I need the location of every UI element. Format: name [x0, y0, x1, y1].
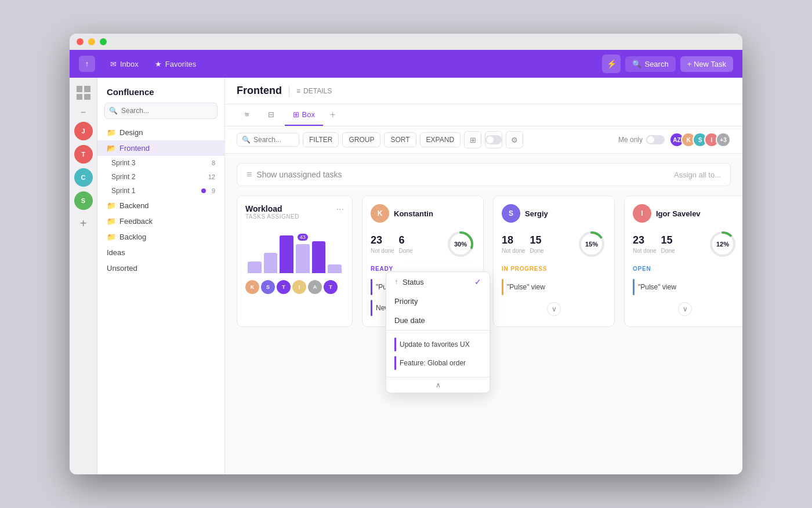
avatar-more[interactable]: +3 — [716, 132, 731, 147]
search-icon: 🔍 — [242, 136, 251, 144]
add-workspace-icon[interactable]: + — [80, 217, 87, 230]
sidebar-item-sprint3[interactable]: Sprint 3 8 — [107, 156, 224, 170]
divider — [289, 85, 289, 97]
sort-task-row-2: Feature: Global order — [394, 354, 481, 372]
sort-button[interactable]: SORT — [384, 132, 416, 147]
group-button[interactable]: GROUP — [342, 132, 380, 147]
bar-4: 43 — [296, 244, 310, 273]
sort-option-priority[interactable]: Priority — [386, 292, 490, 311]
grid-view-icon[interactable] — [75, 85, 92, 101]
progress-circle: 12% — [708, 230, 737, 259]
sidebar-item-design[interactable]: 📁 Design — [97, 125, 224, 140]
me-only-switch[interactable] — [646, 135, 665, 144]
sprint2-badge: 12 — [208, 173, 215, 180]
body: − J T C S + Confluence 🔍 📁 Design — [70, 78, 742, 474]
person-stats: 23 Not done 6 Done — [371, 230, 475, 259]
expand-button[interactable]: ∨ — [678, 302, 692, 316]
sidebar-item-feedback[interactable]: 📁 Feedback — [97, 213, 224, 229]
close-button[interactable] — [77, 38, 84, 45]
bar-6 — [328, 264, 342, 273]
nav-item-label: Sprint 3 — [111, 159, 135, 167]
assign-all-button[interactable]: Assign all to... — [674, 170, 721, 179]
sidebar-item-sprint2[interactable]: Sprint 2 12 — [107, 170, 224, 184]
sprint1-badge: 9 — [212, 187, 215, 194]
bar-badge: 43 — [298, 234, 308, 241]
sort-option-duedate[interactable]: Due date — [386, 311, 490, 330]
nav-search-input[interactable] — [104, 103, 217, 119]
minimize-button[interactable] — [88, 38, 95, 45]
filter-button[interactable]: FILTER — [303, 132, 339, 147]
expand-button[interactable]: EXPAND — [420, 132, 461, 147]
nav-item-label: Sprint 1 — [111, 187, 135, 195]
folder-icon: 📁 — [107, 201, 116, 210]
not-done-num: 23 — [371, 234, 394, 246]
tab-list[interactable]: ≡ — [237, 104, 258, 126]
sidebar-item-sprint1[interactable]: Sprint 1 9 — [107, 184, 224, 198]
sidebar-item-frontend[interactable]: 📂 Frontend ··· — [97, 140, 224, 156]
person-avatar: K — [371, 204, 389, 223]
sort-option-status[interactable]: ↑ Status ✓ — [386, 272, 490, 292]
me-only-toggle: Me only — [618, 135, 665, 144]
person-card-konstantin: K Konstantin 23 Not done 6 Done — [362, 195, 484, 327]
box-label: Box — [302, 110, 315, 119]
favorites-nav-item[interactable]: ★ Favorites — [149, 56, 202, 72]
tab-box[interactable]: ⊞ Box — [285, 104, 323, 126]
avatar-t[interactable]: T — [74, 145, 93, 164]
toolbar-right: Me only AZ K S I +3 — [618, 132, 731, 147]
collapse-sidebar-icon[interactable]: − — [81, 108, 86, 117]
tab-add[interactable]: + — [325, 110, 340, 121]
done-num: 15 — [661, 234, 675, 246]
avatar-c[interactable]: C — [74, 168, 93, 187]
collapse-icon[interactable]: ∧ — [386, 377, 490, 393]
task-row-1: "Pulse" view — [502, 277, 606, 297]
person-name: Igor Savelev — [656, 209, 701, 218]
tab-board-alt[interactable]: ⊟ — [260, 104, 282, 126]
wc-avatar-t2: T — [324, 280, 338, 294]
folder-icon: 📁 — [107, 128, 116, 137]
app-logo[interactable]: ↑ — [79, 56, 95, 72]
maximize-button[interactable] — [100, 38, 107, 45]
done-num: 6 — [399, 234, 413, 246]
app-window: ↑ ✉ Inbox ★ Favorites ⚡ 🔍 Search + New T — [70, 34, 742, 474]
board-alt-icon: ⊟ — [268, 110, 274, 119]
sidebar-item-unsorted[interactable]: Unsorted — [97, 260, 224, 276]
sidebar-item-ideas[interactable]: Ideas — [97, 245, 224, 260]
search-input[interactable] — [253, 136, 294, 144]
wc-avatar-t1: T — [277, 280, 291, 294]
inbox-nav-item[interactable]: ✉ Inbox — [104, 56, 144, 72]
done-label: Done — [530, 248, 544, 254]
details-button[interactable]: ≡ DETAILS — [296, 87, 332, 95]
sidebar-icons: − J T C S + — [70, 78, 97, 474]
sort-label: Priority — [394, 297, 418, 306]
search-button[interactable]: 🔍 Search — [625, 56, 675, 72]
task-dot — [394, 338, 396, 351]
wc-avatar-i: I — [292, 280, 306, 294]
toggle-switch-btn[interactable] — [485, 131, 502, 148]
done-label: Done — [399, 248, 413, 254]
toggle[interactable] — [485, 135, 502, 144]
sidebar-item-backlog[interactable]: 📁 Backlog — [97, 229, 224, 245]
lightning-button[interactable]: ⚡ — [602, 55, 621, 73]
done-label: Done — [661, 248, 675, 254]
new-task-button[interactable]: + New Task — [680, 56, 733, 72]
person-card-sergiy: S Sergiy 18 Not done 15 Done — [493, 195, 615, 327]
not-done-stat: 23 Not done — [371, 234, 394, 254]
sort-label: SORT — [390, 136, 409, 144]
task-dot — [633, 279, 635, 295]
settings-icon[interactable]: ⚙ — [506, 131, 523, 148]
chevron-up-icon: ∧ — [436, 381, 441, 389]
menu-icon[interactable]: ≡ — [246, 169, 252, 180]
workload-more-icon[interactable]: ··· — [336, 204, 344, 215]
avatar-j[interactable]: J — [74, 122, 93, 140]
sidebar-item-backend[interactable]: 📁 Backend — [97, 198, 224, 213]
avatar-s[interactable]: S — [74, 191, 93, 210]
task-text: "Pulse" view — [507, 283, 545, 291]
folder-open-icon: 📂 — [107, 144, 116, 153]
expand-button[interactable]: ∨ — [547, 302, 561, 316]
wc-avatar-k: K — [245, 280, 259, 294]
view-tabs: ≡ ⊟ ⊞ Box + — [225, 104, 742, 126]
nav-item-label: Backlog — [119, 233, 146, 241]
task-text: Update to favorites UX — [400, 340, 470, 349]
view-toggle-icon[interactable]: ⊞ — [464, 131, 481, 148]
progress-circle: 15% — [577, 230, 606, 259]
